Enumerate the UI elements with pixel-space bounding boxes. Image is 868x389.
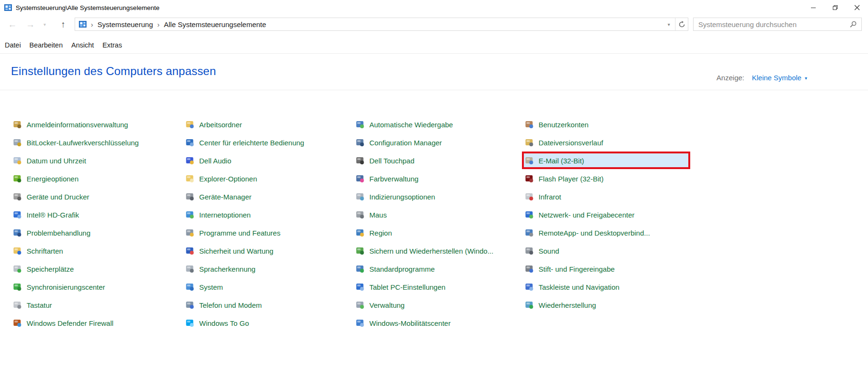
control-panel-item[interactable]: Tastatur xyxy=(13,296,182,314)
control-panel-item[interactable]: Windows-Mobilitätscenter xyxy=(356,314,525,332)
item-label: Speicherplätze xyxy=(27,265,74,273)
control-panel-item[interactable]: Flash Player (32-Bit) xyxy=(525,170,694,188)
region-icon xyxy=(356,228,364,237)
security-maintenance-icon xyxy=(185,247,194,255)
close-button[interactable] xyxy=(846,0,868,15)
menu-bearbeiten[interactable]: Bearbeiten xyxy=(25,41,67,49)
dell-touchpad-icon xyxy=(356,156,364,165)
intel-hd-graphics-icon xyxy=(13,210,21,219)
control-panel-item[interactable]: Datum und Uhrzeit xyxy=(13,152,182,170)
control-panel-item[interactable]: Configuration Manager xyxy=(356,133,525,152)
item-label: Taskleiste und Navigation xyxy=(539,283,619,291)
control-panel-item[interactable]: Programme und Features xyxy=(185,224,355,242)
control-panel-item[interactable]: Center für erleichterte Bedienung xyxy=(185,133,355,152)
menu-extras[interactable]: Extras xyxy=(98,41,126,49)
troubleshooting-icon xyxy=(13,228,21,237)
menu-datei[interactable]: Datei xyxy=(4,41,25,49)
control-panel-item[interactable]: RemoteApp- und Desktopverbind... xyxy=(525,224,694,242)
sound-icon xyxy=(525,247,533,255)
item-label: E-Mail (32-Bit) xyxy=(539,157,584,165)
control-panel-item[interactable]: Infrarot xyxy=(525,188,694,206)
control-panel-item[interactable]: Netzwerk- und Freigabecenter xyxy=(525,206,694,224)
chevron-down-icon: ▾ xyxy=(667,22,670,27)
item-label: Dateiversionsverlauf xyxy=(539,139,603,147)
control-panel-item[interactable]: Synchronisierungscenter xyxy=(13,278,182,296)
item-label: Configuration Manager xyxy=(369,139,442,147)
item-label: System xyxy=(199,283,223,291)
control-panel-item[interactable]: Sichern und Wiederherstellen (Windo... xyxy=(356,242,525,260)
address-dropdown-button[interactable]: ▾ xyxy=(663,18,675,30)
control-panel-item[interactable]: Verwaltung xyxy=(356,296,525,314)
control-panel-item[interactable]: BitLocker-Laufwerkverschlüsselung xyxy=(13,133,182,152)
control-panel-item[interactable]: Farbverwaltung xyxy=(356,170,525,188)
forward-button[interactable]: → xyxy=(24,15,37,34)
control-panel-item[interactable]: Speicherplätze xyxy=(13,260,182,278)
autoplay-icon xyxy=(356,120,364,129)
control-panel-item[interactable]: Spracherkennung xyxy=(185,260,355,278)
minimize-button[interactable] xyxy=(802,0,824,15)
control-panel-item[interactable]: Explorer-Optionen xyxy=(185,170,355,188)
control-panel-item[interactable]: Wiederherstellung xyxy=(525,296,694,314)
control-panel-item[interactable]: Intel® HD-Grafik xyxy=(13,206,182,224)
control-panel-item[interactable]: Arbeitsordner xyxy=(185,115,355,133)
control-panel-item[interactable]: Dell Audio xyxy=(185,152,355,170)
back-button[interactable]: ← xyxy=(6,15,19,34)
control-panel-item[interactable]: Windows Defender Firewall xyxy=(13,314,182,332)
control-panel-item[interactable]: Geräte und Drucker xyxy=(13,188,182,206)
items-column-2: Arbeitsordner Center für erleichterte Be… xyxy=(185,115,355,332)
control-panel-item[interactable]: Telefon und Modem xyxy=(185,296,355,314)
control-panel-item[interactable]: System xyxy=(185,278,355,296)
remoteapp-icon xyxy=(525,228,533,237)
control-panel-item-highlighted[interactable]: E-Mail (32-Bit) xyxy=(525,152,694,170)
control-panel-item[interactable]: Internetoptionen xyxy=(185,206,355,224)
control-panel-item[interactable]: Schriftarten xyxy=(13,242,182,260)
control-panel-item[interactable]: Standardprogramme xyxy=(356,260,525,278)
control-panel-item[interactable]: Windows To Go xyxy=(185,314,355,332)
control-panel-item[interactable]: Benutzerkonten xyxy=(525,115,694,133)
control-panel-item[interactable]: Maus xyxy=(356,206,525,224)
backup-restore-icon xyxy=(356,247,364,255)
control-panel-item[interactable]: Dell Touchpad xyxy=(356,152,525,170)
search-input[interactable] xyxy=(694,20,845,28)
control-panel-item[interactable]: Anmeldeinformationsverwaltung xyxy=(13,115,182,133)
control-panel-item[interactable]: Sicherheit und Wartung xyxy=(185,242,355,260)
control-panel-item[interactable]: Tablet PC-Einstellungen xyxy=(356,278,525,296)
item-label: Automatische Wiedergabe xyxy=(369,121,453,129)
search-box xyxy=(693,18,862,31)
control-panel-item[interactable]: Sound xyxy=(525,242,694,260)
minimize-icon xyxy=(810,5,816,10)
flash-player-icon xyxy=(525,174,533,183)
user-accounts-icon xyxy=(525,120,533,129)
address-bar[interactable]: › Systemsteuerung › Alle Systemsteuerung… xyxy=(75,18,688,31)
control-panel-item[interactable]: Indizierungsoptionen xyxy=(356,188,525,206)
item-label: Synchronisierungscenter xyxy=(27,283,105,291)
close-icon xyxy=(854,5,860,10)
control-panel-item[interactable]: Automatische Wiedergabe xyxy=(356,115,525,133)
view-dropdown[interactable]: Kleine Symbole xyxy=(752,74,801,82)
restore-button[interactable] xyxy=(824,0,846,15)
breadcrumb-alle-elemente[interactable]: Alle Systemsteuerungselemente xyxy=(164,20,266,28)
keyboard-icon xyxy=(13,301,21,309)
menu-ansicht[interactable]: Ansicht xyxy=(67,41,98,49)
control-panel-item[interactable]: Taskleiste und Navigation xyxy=(525,278,694,296)
administrative-tools-icon xyxy=(356,301,364,309)
control-panel-item[interactable]: Region xyxy=(356,224,525,242)
title-bar: Systemsteuerung\Alle Systemsteuerungsele… xyxy=(0,0,868,15)
control-panel-item[interactable]: Geräte-Manager xyxy=(185,188,355,206)
breadcrumb-systemsteuerung[interactable]: Systemsteuerung xyxy=(97,20,153,28)
up-button[interactable]: ↑ xyxy=(56,15,70,34)
control-panel-item[interactable]: Stift- und Fingereingabe xyxy=(525,260,694,278)
page-header: Einstellungen des Computers anpassen Anz… xyxy=(0,54,868,90)
explorer-options-icon xyxy=(185,174,194,183)
refresh-button[interactable] xyxy=(675,18,688,30)
recent-pages-button[interactable]: ▾ xyxy=(40,15,49,34)
search-button[interactable] xyxy=(845,20,861,28)
control-panel-item[interactable]: Problembehandlung xyxy=(13,224,182,242)
pen-touch-icon xyxy=(525,265,533,273)
view-caret-icon[interactable]: ▾ xyxy=(805,76,807,81)
control-panel-item[interactable]: Dateiversionsverlauf xyxy=(525,133,694,152)
menu-bar: Datei Bearbeiten Ansicht Extras xyxy=(0,34,868,54)
item-label: Datum und Uhrzeit xyxy=(27,157,86,165)
control-panel-item[interactable]: Energieoptionen xyxy=(13,170,182,188)
mail-icon xyxy=(525,156,533,165)
